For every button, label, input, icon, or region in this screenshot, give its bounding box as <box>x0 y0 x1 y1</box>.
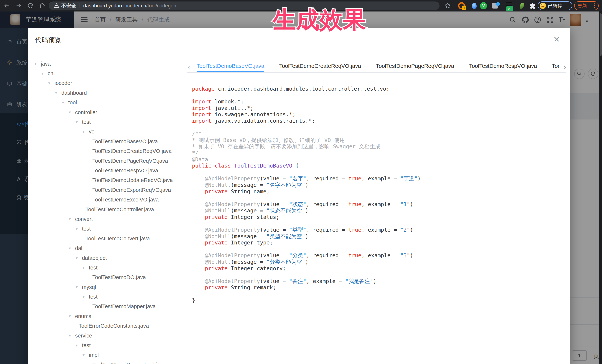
tab-ToolTestDemoRespVO.java[interactable]: ToolTestDemoRespVO.java <box>469 61 537 72</box>
tree-file[interactable]: ToolTestDemoRespVO.java <box>28 166 186 175</box>
profile-paused-button[interactable]: 已暂停 <box>538 1 572 10</box>
tree-item-label: test <box>82 119 91 125</box>
caret-down-icon[interactable]: ▾ <box>83 129 87 134</box>
code-line: @ApiModelProperty(value = "状态", required… <box>192 201 567 208</box>
extension-blue-drop-icon[interactable] <box>471 2 478 9</box>
code-line <box>192 195 567 201</box>
caret-down-icon[interactable]: ▾ <box>76 227 80 231</box>
caret-down-icon[interactable]: ▾ <box>83 265 87 270</box>
tree-item-label: impl <box>89 352 99 358</box>
code-line: @NotNull(message = "名字不能为空") <box>192 182 567 188</box>
tree-folder[interactable]: ▾test <box>28 341 186 350</box>
tree-file[interactable]: ToolTestDemoPageReqVO.java <box>28 156 186 166</box>
code-line: public class ToolTestDemoBaseVO { <box>192 163 567 169</box>
tree-item-label: ToolTestDemoServiceImpl.java <box>92 362 166 364</box>
tree-file[interactable]: ToolTestDemoController.java <box>28 205 186 214</box>
caret-down-icon[interactable]: ▾ <box>48 81 53 86</box>
tree-file[interactable]: ToolTestDemoCreateReqVO.java <box>28 146 186 156</box>
tree-folder[interactable]: ▾java <box>28 59 186 69</box>
refresh-icon[interactable] <box>27 2 34 9</box>
caret-down-icon[interactable]: ▾ <box>76 285 80 290</box>
tree-file[interactable]: ToolTestDemoConvert.java <box>28 234 186 243</box>
tree-item-label: ToolTestDemoExcelVO.java <box>92 197 159 203</box>
code-line: @Data <box>192 156 567 163</box>
caret-down-icon[interactable]: ▾ <box>69 314 74 319</box>
file-tabs: ‹ ToolTestDemoBaseVO.javaToolTestDemoCre… <box>187 61 566 73</box>
divider <box>80 3 80 8</box>
tree-folder[interactable]: ▾mysql <box>28 282 186 292</box>
tree-folder[interactable]: ▾test <box>28 224 186 234</box>
tab-ToolTestDemoBaseVO.java[interactable]: ToolTestDemoBaseVO.java <box>197 61 264 72</box>
home-icon[interactable] <box>39 2 46 9</box>
tree-folder[interactable]: ▾impl <box>28 350 186 360</box>
extension-green-v-icon[interactable]: V <box>480 2 487 9</box>
tree-folder[interactable]: ▾vo <box>28 127 186 137</box>
extension-leaf-icon[interactable] <box>518 2 525 9</box>
tree-item-label: test <box>82 226 91 232</box>
code-line: @NotNull(message = "状态不能为空") <box>192 208 567 214</box>
caret-down-icon[interactable]: ▾ <box>69 110 74 115</box>
tree-item-label: mysql <box>82 284 96 290</box>
caret-down-icon[interactable]: ▾ <box>62 100 67 105</box>
tree-item-label: convert <box>75 216 93 222</box>
caret-down-icon[interactable]: ▾ <box>76 343 80 348</box>
browser-menu-icon[interactable] <box>594 3 595 8</box>
close-icon[interactable]: ✕ <box>553 35 560 44</box>
caret-down-icon[interactable]: ▾ <box>34 61 39 66</box>
tree-folder[interactable]: ▾tool <box>28 98 186 107</box>
tree-folder[interactable]: ▾controller <box>28 107 186 117</box>
tree-file[interactable]: ToolTestDemoExcelVO.java <box>28 195 186 204</box>
code-line: private String name; <box>192 188 567 195</box>
tree-folder[interactable]: ▾iocoder <box>28 78 186 88</box>
forward-icon[interactable] <box>15 2 22 9</box>
scrollbar-thumb[interactable] <box>600 13 602 56</box>
caret-down-icon[interactable]: ▾ <box>69 333 74 338</box>
tree-file[interactable]: ToolTestDemoDO.java <box>28 273 186 282</box>
tab-ToolTestDemoCreateReqVO.java[interactable]: ToolTestDemoCreateReqVO.java <box>279 61 361 72</box>
caret-down-icon[interactable]: ▾ <box>69 246 74 251</box>
caret-down-icon[interactable]: ▾ <box>69 217 74 221</box>
tree-item-label: ToolTestDemoDO.java <box>92 274 146 281</box>
extension-diamond-icon[interactable] <box>492 2 499 9</box>
code-view: package cn.iocoder.dashboard.modules.too… <box>192 86 567 360</box>
extension-list-on-icon[interactable]: on <box>505 2 513 9</box>
tree-file[interactable]: ToolTestDemoServiceImpl.java <box>28 360 186 364</box>
tree-folder[interactable]: ▾test <box>28 263 186 272</box>
browser-scrollbar[interactable] <box>599 11 602 364</box>
tree-file[interactable]: ToolErrorCodeConstants.java <box>28 321 186 331</box>
caret-down-icon[interactable]: ▾ <box>55 90 60 95</box>
tree-folder[interactable]: ▾test <box>28 117 186 127</box>
caret-down-icon[interactable]: ▾ <box>76 120 80 125</box>
extensions-puzzle-icon[interactable] <box>529 2 536 9</box>
extension-orange-icon[interactable]: 1 <box>458 2 465 9</box>
tabs-next-icon[interactable]: › <box>564 63 566 71</box>
browser-update-button[interactable]: 更新 <box>574 1 599 10</box>
caret-down-icon[interactable]: ▾ <box>76 256 80 260</box>
code-line: @NotNull(message = "分类不能为空") <box>192 259 567 265</box>
tree-item-label: ToolTestDemoUpdateReqVO.java <box>92 177 173 183</box>
tree-folder[interactable]: ▾dashboard <box>28 88 186 98</box>
tree-folder[interactable]: ▾cn <box>28 69 186 78</box>
tab-ToolTe[interactable]: ToolTe <box>552 61 559 72</box>
tree-folder[interactable]: ▾convert <box>28 214 186 224</box>
tree-file[interactable]: ToolTestDemoUpdateReqVO.java <box>28 176 186 185</box>
tree-item-label: dal <box>75 245 82 251</box>
caret-down-icon[interactable]: ▾ <box>41 71 46 76</box>
code-line <box>192 271 567 278</box>
tree-folder[interactable]: ▾dal <box>28 243 186 253</box>
tree-file[interactable]: ToolTestDemoBaseVO.java <box>28 137 186 146</box>
bookmark-star-icon[interactable] <box>444 2 451 9</box>
caret-down-icon[interactable]: ▾ <box>83 294 87 299</box>
profile-avatar-emoji <box>540 3 546 9</box>
tree-file[interactable]: ToolTestDemoExportReqVO.java <box>28 185 186 195</box>
tree-item-label: ToolTestDemoBaseVO.java <box>92 138 158 145</box>
back-icon[interactable] <box>3 2 10 9</box>
tree-file[interactable]: ToolTestDemoMapper.java <box>28 302 186 311</box>
tree-folder[interactable]: ▾test <box>28 292 186 302</box>
tree-folder[interactable]: ▾service <box>28 331 186 341</box>
tree-folder[interactable]: ▾enums <box>28 311 186 321</box>
tab-ToolTestDemoPageReqVO.java[interactable]: ToolTestDemoPageReqVO.java <box>376 61 454 72</box>
caret-down-icon[interactable]: ▾ <box>83 353 87 357</box>
tree-folder[interactable]: ▾dataobject <box>28 253 186 263</box>
tabs-prev-icon[interactable]: ‹ <box>188 63 190 71</box>
